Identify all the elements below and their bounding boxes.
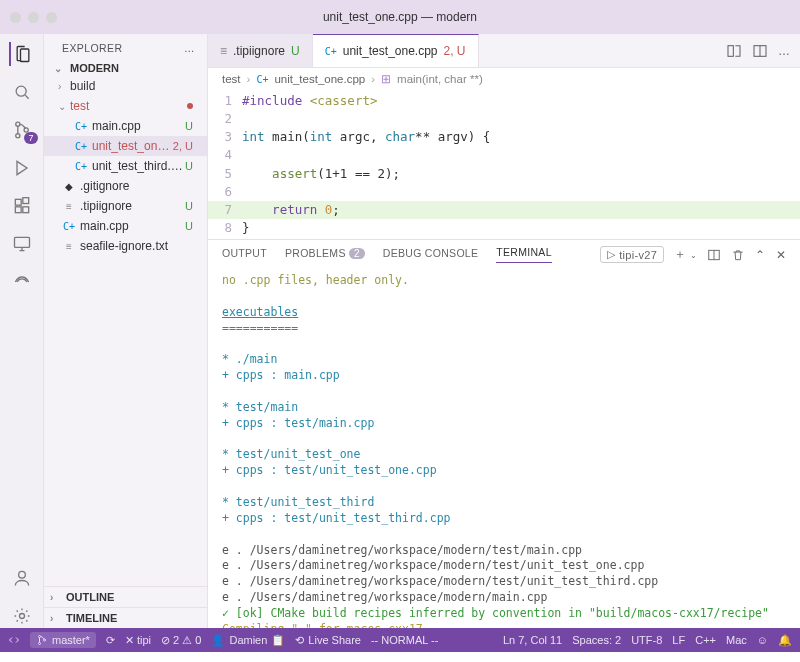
explorer-more-icon[interactable]: …	[184, 42, 195, 54]
svg-point-9	[18, 571, 25, 578]
source-control-icon[interactable]: 7	[10, 118, 34, 142]
folder-test[interactable]: ⌄test	[44, 96, 207, 116]
sidebar: EXPLORER … ⌄MODERN ›build ⌄test C+main.c…	[44, 34, 208, 628]
feedback-icon[interactable]: ☺	[757, 634, 768, 646]
svg-point-1	[15, 122, 19, 126]
svg-rect-5	[15, 207, 21, 213]
status-vim-mode: -- NORMAL --	[371, 634, 438, 646]
git-branch[interactable]: master*	[30, 632, 96, 648]
svg-rect-8	[14, 237, 29, 247]
file-seafile-ignore[interactable]: ≡seafile-ignore.txt	[44, 236, 207, 256]
breadcrumb[interactable]: test› C+unit_test_one.cpp› ⊞main(int, ch…	[208, 68, 800, 90]
file-root-main[interactable]: C+main.cppU	[44, 216, 207, 236]
window-title: unit_test_one.cpp — modern	[323, 10, 477, 24]
remote-explorer-icon[interactable]	[10, 232, 34, 256]
file-gitignore[interactable]: ◆.gitignore	[44, 176, 207, 196]
kill-terminal-icon[interactable]	[731, 248, 745, 262]
svg-point-15	[39, 643, 41, 645]
run-debug-icon[interactable]	[10, 156, 34, 180]
sync-icon[interactable]: ⟳	[106, 634, 115, 647]
window-controls[interactable]	[10, 12, 57, 23]
status-indent[interactable]: Spaces: 2	[572, 634, 621, 646]
maximize-panel-icon[interactable]: ⌃	[755, 248, 765, 262]
status-problems[interactable]: ⊘ 2 ⚠ 0	[161, 634, 201, 647]
terminal[interactable]: no .cpp files, header only. executables …	[208, 269, 800, 628]
svg-rect-4	[15, 199, 21, 205]
timeline-section[interactable]: ›TIMELINE	[44, 607, 207, 628]
file-unit-test-third[interactable]: C+unit_test_third.cppU	[44, 156, 207, 176]
svg-point-10	[19, 614, 24, 619]
tab-tipiignore[interactable]: ≡.tipiignoreU	[208, 34, 313, 67]
notifications-icon[interactable]: 🔔	[778, 634, 792, 647]
tab-unit-test-one[interactable]: C+unit_test_one.cpp2, U	[313, 34, 479, 67]
more-actions-icon[interactable]: …	[778, 44, 790, 58]
status-os[interactable]: Mac	[726, 634, 747, 646]
code-editor[interactable]: 1#include <cassert> 2 3int main(int argc…	[208, 90, 800, 239]
svg-rect-11	[728, 45, 733, 56]
svg-point-2	[15, 134, 19, 138]
outline-section[interactable]: ›OUTLINE	[44, 586, 207, 607]
file-unit-test-one[interactable]: C+unit_test_one.cpp2, U	[44, 136, 207, 156]
status-live-share[interactable]: ⟲ Live Share	[295, 634, 361, 647]
live-share-icon[interactable]	[10, 270, 34, 294]
file-tree: ›build ⌄test C+main.cppU C+unit_test_one…	[44, 76, 207, 256]
account-icon[interactable]	[10, 566, 34, 590]
status-eol[interactable]: LF	[672, 634, 685, 646]
split-terminal-icon[interactable]	[707, 248, 721, 262]
new-terminal-icon[interactable]: ＋ ⌄	[674, 246, 697, 263]
settings-icon[interactable]	[10, 604, 34, 628]
extensions-icon[interactable]	[10, 194, 34, 218]
file-main-cpp[interactable]: C+main.cppU	[44, 116, 207, 136]
status-user[interactable]: 👤 Damien 📋	[211, 634, 285, 647]
folder-build[interactable]: ›build	[44, 76, 207, 96]
compare-icon[interactable]	[726, 43, 742, 59]
explorer-icon[interactable]	[9, 42, 33, 66]
file-tipiignore[interactable]: ≡.tipiignoreU	[44, 196, 207, 216]
terminal-shell-select[interactable]: ▷tipi-v27	[600, 246, 664, 263]
tab-output[interactable]: OUTPUT	[222, 247, 267, 263]
status-tipi[interactable]: ✕ tipi	[125, 634, 151, 647]
tab-terminal[interactable]: TERMINAL	[496, 246, 552, 263]
project-section[interactable]: ⌄MODERN	[44, 60, 207, 76]
remote-indicator[interactable]	[8, 634, 20, 646]
status-encoding[interactable]: UTF-8	[631, 634, 662, 646]
explorer-title: EXPLORER	[62, 42, 122, 54]
svg-point-0	[16, 86, 26, 96]
status-bar: master* ⟳ ✕ tipi ⊘ 2 ⚠ 0 👤 Damien 📋 ⟲ Li…	[0, 628, 800, 652]
titlebar: unit_test_one.cpp — modern	[0, 0, 800, 34]
svg-point-14	[39, 636, 41, 638]
status-cursor[interactable]: Ln 7, Col 11	[503, 634, 562, 646]
search-icon[interactable]	[10, 80, 34, 104]
tab-problems[interactable]: PROBLEMS 2	[285, 247, 365, 263]
status-language[interactable]: C++	[695, 634, 716, 646]
split-editor-icon[interactable]	[752, 43, 768, 59]
editor-tabs: ≡.tipiignoreU C+unit_test_one.cpp2, U …	[208, 34, 800, 68]
svg-rect-7	[22, 198, 28, 204]
svg-rect-6	[22, 207, 28, 213]
panel: OUTPUT PROBLEMS 2 DEBUG CONSOLE TERMINAL…	[208, 239, 800, 628]
tab-debug-console[interactable]: DEBUG CONSOLE	[383, 247, 479, 263]
close-panel-icon[interactable]: ✕	[776, 248, 786, 262]
activity-bar: 7	[0, 34, 44, 628]
